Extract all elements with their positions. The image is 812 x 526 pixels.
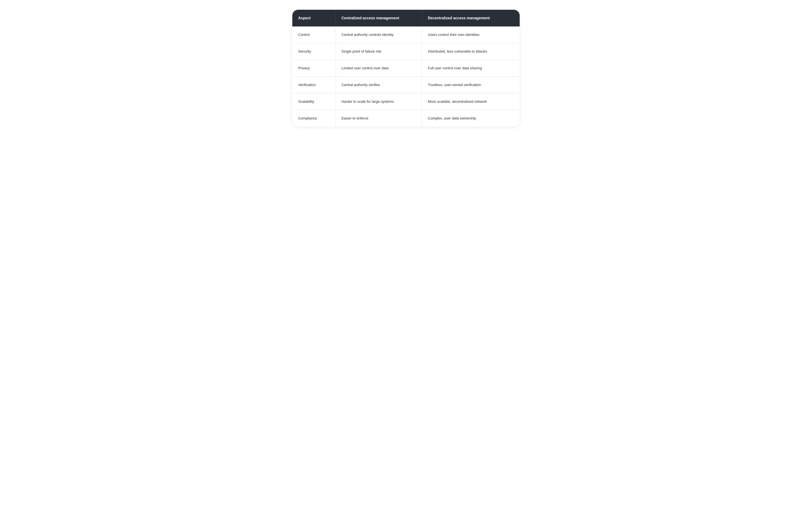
table-row: Scalability Harder to scale for large sy… — [292, 93, 520, 110]
header-decentralized: Decentralized access management — [422, 10, 520, 27]
table-row: Compliance Easier to enforce Complex, us… — [292, 110, 520, 127]
cell-decentralized: Full user control over data sharing — [422, 60, 520, 77]
cell-aspect: Scalability — [292, 93, 335, 110]
header-aspect: Aspect — [292, 10, 335, 27]
comparison-table: Aspect Centralized access management Dec… — [292, 10, 520, 127]
cell-decentralized: Distributed, less vulnerable to attacks — [422, 43, 520, 60]
cell-centralized: Harder to scale for large systems — [335, 93, 422, 110]
cell-decentralized: Users control their own identities — [422, 27, 520, 43]
cell-aspect: Verification — [292, 77, 335, 93]
cell-decentralized: Trustless, user-owned verification — [422, 77, 520, 93]
cell-aspect: Privacy — [292, 60, 335, 77]
comparison-table-container: Aspect Centralized access management Dec… — [292, 10, 520, 127]
table-row: Verification Central authority verifies … — [292, 77, 520, 93]
table-header-row: Aspect Centralized access management Dec… — [292, 10, 520, 27]
cell-centralized: Central authority controls identity — [335, 27, 422, 43]
cell-aspect: Control — [292, 27, 335, 43]
cell-aspect: Security — [292, 43, 335, 60]
cell-aspect: Compliance — [292, 110, 335, 127]
cell-centralized: Central authority verifies — [335, 77, 422, 93]
header-centralized: Centralized access management — [335, 10, 422, 27]
cell-decentralized: More scalable, decentralized network — [422, 93, 520, 110]
cell-centralized: Limited user control over data — [335, 60, 422, 77]
table-row: Security Single point of failure risk Di… — [292, 43, 520, 60]
table-row: Privacy Limited user control over data F… — [292, 60, 520, 77]
cell-centralized: Single point of failure risk — [335, 43, 422, 60]
cell-centralized: Easier to enforce — [335, 110, 422, 127]
table-row: Control Central authority controls ident… — [292, 27, 520, 43]
cell-decentralized: Complex, user data ownership — [422, 110, 520, 127]
